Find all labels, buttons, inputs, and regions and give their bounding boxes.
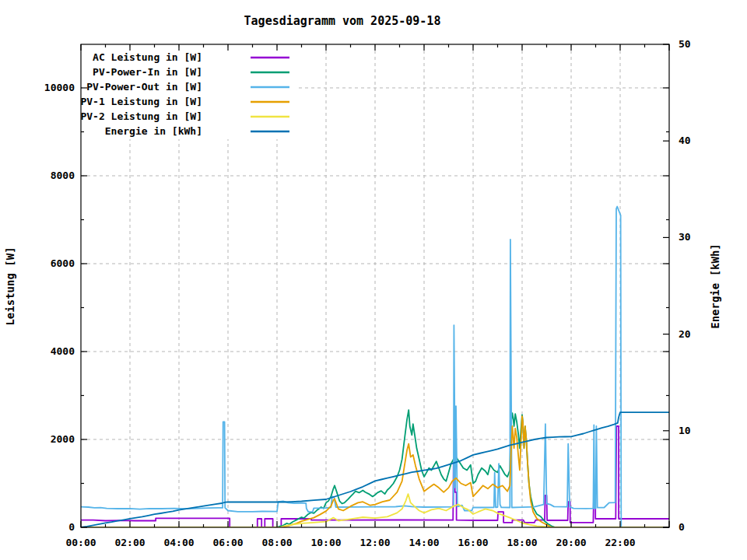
legend-label-energie: Energie in [kWh] (105, 125, 202, 137)
chart-legend: AC Leistung in [W]PV-Power-In in [W]PV-P… (80, 48, 296, 139)
y-right-tick-label: 50 (679, 38, 691, 50)
x-tick-label: 04:00 (163, 537, 194, 548)
y-left-tick-label: 2000 (51, 433, 75, 445)
x-tick-label: 06:00 (212, 537, 243, 548)
y-right-tick-label: 30 (679, 231, 691, 243)
y-left-tick-label: 10000 (44, 82, 75, 93)
y-right-tick-label: 10 (679, 425, 691, 436)
y-right-tick-label: 20 (679, 328, 691, 340)
legend-label-pv1: PV-1 Leistung in [W] (80, 96, 202, 107)
y-right-tick-label: 40 (679, 135, 691, 146)
series-line-pv_out (81, 207, 669, 528)
chart-title: Tagesdiagramm vom 2025-09-18 (244, 14, 441, 28)
left-axis-label: Leistung [W] (4, 247, 16, 325)
chart-canvas: Tagesdiagramm vom 2025-09-18 Leistung [W… (0, 0, 747, 560)
legend-label-pv2: PV-2 Leistung in [W] (80, 110, 202, 122)
x-tick-label: 00:00 (65, 537, 96, 548)
y-left-tick-label: 8000 (51, 170, 75, 181)
y-left-tick-label: 4000 (51, 345, 75, 357)
x-tick-label: 14:00 (409, 537, 439, 548)
y-left-tick-label: 0 (68, 521, 75, 533)
x-tick-label: 20:00 (556, 537, 586, 548)
legend-label-pv_in: PV-Power-In in [W] (93, 66, 202, 78)
y-left-tick-label: 6000 (51, 257, 75, 269)
x-tick-label: 10:00 (310, 537, 341, 548)
x-tick-label: 08:00 (261, 537, 292, 548)
legend-label-pv_out: PV-Power-Out in [W] (86, 81, 202, 93)
x-tick-label: 12:00 (359, 537, 390, 548)
pv-daily-diagram-screenshot: Tagesdiagramm vom 2025-09-18 Leistung [W… (0, 0, 747, 560)
y-right-tick-label: 0 (679, 521, 685, 533)
x-tick-label: 16:00 (458, 537, 488, 548)
x-tick-label: 18:00 (507, 537, 537, 548)
legend-label-ac: AC Leistung in [W] (93, 51, 202, 63)
right-axis-label: Energie [kWh] (709, 243, 721, 329)
data-series (81, 207, 669, 528)
x-tick-label: 22:00 (605, 537, 635, 548)
x-tick-label: 02:00 (114, 537, 145, 548)
